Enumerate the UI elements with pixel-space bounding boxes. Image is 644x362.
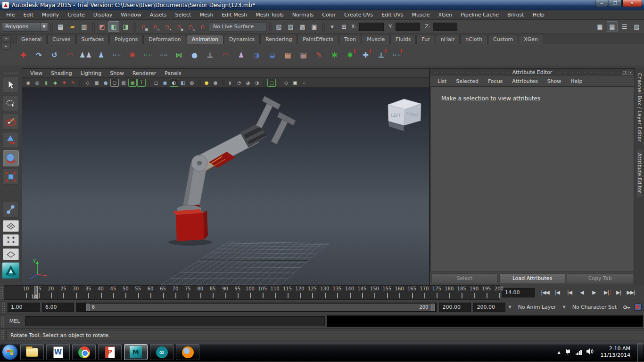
menu-item[interactable]: Select	[171, 10, 195, 19]
turntable-icon[interactable]: ◠	[63, 47, 77, 63]
attribute-editor-menu-item[interactable]: Attributes	[507, 78, 542, 84]
taskbar-app-chrome[interactable]	[72, 344, 96, 360]
checker-sphere-icon[interactable]: ◍	[188, 79, 196, 87]
animation-end-field[interactable]: 200.00	[473, 303, 505, 312]
render-settings-icon[interactable]: ▣	[309, 21, 320, 32]
render-view-icon[interactable]: ▧	[273, 21, 284, 32]
menu-item[interactable]: Normals	[288, 10, 318, 19]
shelf-tab-surfaces[interactable]: Surfaces	[76, 35, 109, 44]
scale-constraint-icon[interactable]: ◦◦!	[389, 47, 404, 63]
share-icon[interactable]: ∴	[300, 79, 308, 87]
paste-skin-weights-icon[interactable]: ▦	[296, 47, 311, 63]
shelf-tab-muscle[interactable]: Muscle	[362, 35, 390, 44]
motion-trail-icon[interactable]: ↺	[47, 47, 62, 63]
menu-item[interactable]: Assets	[146, 10, 171, 19]
set-key-icon[interactable]: ✚	[16, 47, 31, 63]
shelf-tab-fur[interactable]: Fur	[416, 35, 435, 44]
delete-joint-icon[interactable]: ●	[187, 47, 202, 63]
toolbox-handle[interactable]	[4, 72, 18, 74]
connect-joint-icon[interactable]: ◦◦	[156, 47, 171, 63]
copy-tab-button[interactable]: Copy Tab	[567, 273, 633, 283]
wireframe-icon[interactable]: ◇	[83, 79, 92, 87]
animation-preferences-icon[interactable]	[634, 303, 642, 312]
new-scene-icon[interactable]: ▤	[55, 21, 66, 32]
taskbar-app-maya[interactable]: M	[124, 344, 148, 360]
restore-button[interactable]: ❐	[609, 0, 622, 7]
ik-spline-icon[interactable]: ◦◦	[140, 47, 155, 63]
point-constraint-icon[interactable]: ✚!	[358, 47, 373, 63]
attribute-editor-menu-item[interactable]: Selected	[451, 78, 483, 84]
save-scene-icon[interactable]: ▥	[79, 21, 90, 32]
shelf-tab-curves[interactable]: Curves	[47, 35, 75, 44]
play-forwards-button[interactable]: ▶	[588, 288, 600, 298]
menu-item[interactable]: Help	[528, 10, 549, 19]
menu-item[interactable]: Edit Mesh	[217, 10, 251, 19]
all-lights-icon[interactable]: ●	[202, 79, 211, 87]
go-to-end-button[interactable]: ▶▶|	[625, 288, 636, 298]
xray-cube-icon[interactable]: ◻	[152, 79, 160, 87]
toggle-tool-settings-icon[interactable]: ☰	[619, 21, 630, 32]
shelf-tab-xgen[interactable]: XGen	[519, 35, 543, 44]
hud-icon[interactable]: T	[137, 79, 146, 87]
ik-fk-blend-icon[interactable]: ◠	[218, 47, 233, 63]
network-signal-icon[interactable]	[576, 350, 582, 355]
shelf-tab-animation[interactable]: Animation	[187, 35, 223, 44]
paint-skin-weights-icon[interactable]: ✎	[312, 47, 326, 63]
ipr-render-icon[interactable]: ▩	[297, 21, 308, 32]
command-line-input[interactable]	[25, 316, 325, 326]
taskbar-app-arduino[interactable]: ∞	[150, 344, 173, 360]
float-panel-icon[interactable]: ❐	[622, 70, 627, 75]
help-line-handle[interactable]	[1, 330, 4, 340]
lasso-tool-button[interactable]	[3, 95, 19, 111]
shelf-tab-painteffects[interactable]: PaintEffects	[297, 35, 339, 44]
range-end-handle[interactable]	[431, 304, 435, 311]
half-sphere-icon[interactable]: ◕	[244, 79, 252, 87]
snap-grid-magnet-icon[interactable]: ∩▦	[138, 21, 149, 32]
snap-point-magnet-icon[interactable]: ∩•	[162, 21, 173, 32]
layout-single-pane-button[interactable]	[3, 220, 19, 232]
shelf-tab-fluids[interactable]: Fluids	[390, 35, 416, 44]
menu-item[interactable]: Modify	[38, 10, 63, 19]
x-input[interactable]	[359, 23, 384, 31]
select-camera-icon[interactable]: ◉	[24, 79, 33, 87]
z-input[interactable]	[433, 23, 457, 31]
orient-constraint-icon[interactable]: ⊥!	[374, 47, 388, 63]
toggle-modeling-toolkit-icon[interactable]: ▦	[594, 21, 605, 32]
shelf-tab-ncloth[interactable]: nCloth	[460, 35, 487, 44]
menu-item[interactable]: Window	[116, 10, 145, 19]
step-back-frame-button[interactable]: |◀	[552, 288, 563, 298]
toolbar-separator[interactable]	[268, 22, 272, 32]
step-forward-key-button[interactable]: ▶|	[601, 288, 612, 298]
open-scene-icon[interactable]: ▰	[67, 21, 78, 32]
menu-item[interactable]: File	[2, 10, 19, 19]
menu-item[interactable]: Edit UVs	[377, 10, 407, 19]
viewport-menu-item[interactable]: Lighting	[76, 70, 106, 76]
show-desktop-button[interactable]	[637, 343, 643, 362]
animation-start-field[interactable]: 1.00	[8, 303, 40, 312]
current-time-field[interactable]: 14.00	[502, 288, 535, 297]
anim-layer-dropdown[interactable]: No Anim Layer	[514, 303, 560, 312]
snap-curve-magnet-icon[interactable]: ∩∿	[150, 21, 161, 32]
panel-drag-handle[interactable]	[432, 71, 519, 73]
menu-item[interactable]: Create	[63, 10, 89, 19]
menu-item[interactable]: Muscle	[407, 10, 434, 19]
taskbar-app-word[interactable]: W	[46, 344, 70, 360]
minimize-button[interactable]: ‒	[595, 0, 608, 7]
hair-head-icon[interactable]: ◑	[249, 47, 264, 63]
shelf-menu-button[interactable]: ▸	[1, 43, 11, 49]
view-cube[interactable]: LEFT FRONT	[388, 99, 421, 131]
viewport-menu-item[interactable]: Renderer	[128, 70, 160, 76]
smooth-shade-icon[interactable]: ▦	[92, 79, 101, 87]
command-line-label[interactable]: MEL	[6, 318, 23, 324]
soft-sphere-icon[interactable]: ◑	[253, 79, 261, 87]
blue-cube-icon[interactable]: ◼	[161, 79, 169, 87]
menu-item[interactable]: Mesh Tools	[251, 10, 288, 19]
textured-icon[interactable]: ▣	[128, 79, 137, 87]
toggle-attribute-editor-icon[interactable]: ▧	[631, 21, 642, 32]
menu-item[interactable]: Pipeline Cache	[456, 10, 503, 19]
layout-two-pane-button[interactable]	[3, 248, 19, 260]
cluster-icon[interactable]: ✱	[327, 47, 342, 63]
attribute-editor-menu-item[interactable]: Help	[566, 78, 587, 84]
step-back-key-button[interactable]: |◀	[564, 288, 575, 298]
select-hierarchy-icon[interactable]: ◩	[97, 21, 107, 32]
